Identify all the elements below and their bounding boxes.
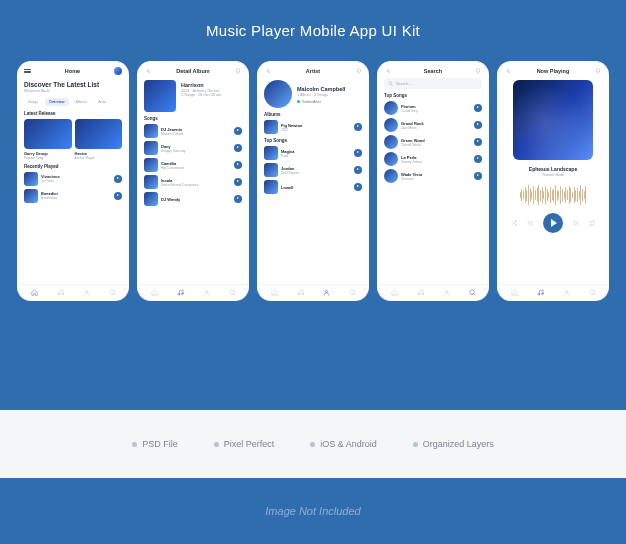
repeat-icon[interactable] xyxy=(589,220,595,226)
track-thumb xyxy=(144,141,158,155)
nav-home-icon[interactable] xyxy=(151,289,158,296)
play-icon[interactable] xyxy=(474,121,482,129)
bell-icon[interactable] xyxy=(475,67,482,74)
release-sub: Anchor Player xyxy=(75,156,123,160)
nav-user-icon[interactable] xyxy=(323,289,330,296)
headline-sub: Welcome Back! xyxy=(24,89,122,93)
track-thumb xyxy=(384,169,398,183)
bell-icon[interactable] xyxy=(235,67,242,74)
track-artist: Tectonic Mode xyxy=(504,173,602,177)
back-icon[interactable] xyxy=(144,67,151,74)
track-thumb xyxy=(144,124,158,138)
nav-music-icon[interactable] xyxy=(177,289,184,296)
list-item[interactable]: Green WoodCarmel World xyxy=(384,135,482,149)
play-icon[interactable] xyxy=(234,127,242,135)
screen-header: Home xyxy=(17,61,129,79)
list-item[interactable]: La PerlaSociety Justice xyxy=(384,152,482,166)
search-input[interactable]: Search… xyxy=(384,78,482,89)
play-icon[interactable] xyxy=(474,138,482,146)
album-cover xyxy=(144,80,176,112)
play-icon[interactable] xyxy=(234,144,242,152)
tab-albums[interactable]: Albums xyxy=(72,98,92,106)
list-item[interactable]: DavySnappy Sourcing xyxy=(144,141,242,155)
list-item[interactable]: BenedictBeatmatisa xyxy=(24,189,122,203)
screen-search: Search Search… Top Songs FloriumCrowd St… xyxy=(377,61,489,301)
screen-album: Detail Album Harrison 2023 · Anthony Gar… xyxy=(137,61,249,301)
tab-songs[interactable]: Songs xyxy=(24,98,42,106)
play-icon[interactable] xyxy=(474,172,482,180)
nav-home-icon[interactable] xyxy=(511,289,518,296)
release-card[interactable]: Hector Anchor Player xyxy=(75,119,123,160)
play-icon[interactable] xyxy=(354,183,362,191)
nav-music-icon[interactable] xyxy=(57,289,64,296)
play-icon[interactable] xyxy=(234,161,242,169)
nav-search-icon[interactable] xyxy=(229,289,236,296)
banner-title: Music Player Mobile App UI Kit xyxy=(0,22,626,39)
tab-overview[interactable]: Overview xyxy=(45,98,69,106)
list-item[interactable]: Fig Newton2022 xyxy=(264,120,362,134)
list-item[interactable]: IncalaSecret Eternal Conspiracy xyxy=(144,175,242,189)
bullet-icon xyxy=(132,442,137,447)
nav-home-icon[interactable] xyxy=(271,289,278,296)
nav-music-icon[interactable] xyxy=(417,289,424,296)
track-thumb xyxy=(384,101,398,115)
play-icon[interactable] xyxy=(354,149,362,157)
play-icon[interactable] xyxy=(234,178,242,186)
play-icon[interactable] xyxy=(354,123,362,131)
list-item[interactable]: MagicaFood xyxy=(264,146,362,160)
nav-user-icon[interactable] xyxy=(83,289,90,296)
list-item[interactable]: CaméliaHip Commission xyxy=(144,158,242,172)
nav-user-icon[interactable] xyxy=(443,289,450,296)
nav-user-icon[interactable] xyxy=(563,289,570,296)
section-label: Latest Release xyxy=(24,111,122,116)
track-thumb xyxy=(264,163,278,177)
play-icon[interactable] xyxy=(114,192,122,200)
back-icon[interactable] xyxy=(504,67,511,74)
nav-home-icon[interactable] xyxy=(31,289,38,296)
section-label: Songs xyxy=(144,116,242,121)
play-icon[interactable] xyxy=(114,175,122,183)
avatar[interactable] xyxy=(114,67,122,75)
screen-title: Detail Album xyxy=(176,68,209,74)
menu-icon[interactable] xyxy=(24,68,31,75)
back-icon[interactable] xyxy=(384,67,391,74)
play-icon[interactable] xyxy=(474,104,482,112)
list-item[interactable]: DJ Wendy xyxy=(144,192,242,206)
nav-home-icon[interactable] xyxy=(391,289,398,296)
list-item[interactable]: FloriumCrowd Step xyxy=(384,101,482,115)
waveform[interactable] xyxy=(504,184,602,206)
list-item[interactable]: JordanDeal Rejoice xyxy=(264,163,362,177)
banner: Music Player Mobile App UI Kit Home Disc… xyxy=(0,0,626,410)
nav-music-icon[interactable] xyxy=(537,289,544,296)
track-thumb xyxy=(144,175,158,189)
album-name: Harrison xyxy=(181,82,242,88)
list-item[interactable]: VivaciousSin Soan xyxy=(24,172,122,186)
nav-user-icon[interactable] xyxy=(203,289,210,296)
back-icon[interactable] xyxy=(264,67,271,74)
bottom-nav xyxy=(257,284,369,301)
list-item[interactable]: Grand RockJazz Metric xyxy=(384,118,482,132)
nav-search-icon[interactable] xyxy=(109,289,116,296)
play-icon[interactable] xyxy=(474,155,482,163)
tab-artist[interactable]: Artist xyxy=(94,98,110,106)
nav-search-icon[interactable] xyxy=(469,289,476,296)
screen-home: Home Discover The Latest List Welcome Ba… xyxy=(17,61,129,301)
play-icon[interactable] xyxy=(354,166,362,174)
previous-icon[interactable] xyxy=(527,220,533,226)
bell-icon[interactable] xyxy=(595,67,602,74)
list-item[interactable]: Lowell xyxy=(264,180,362,194)
next-icon[interactable] xyxy=(573,220,579,226)
nav-search-icon[interactable] xyxy=(349,289,356,296)
release-card[interactable]: Garry Group Popular Song xyxy=(24,119,72,160)
nav-music-icon[interactable] xyxy=(297,289,304,296)
list-item[interactable]: DJ JeannieMoment Cleans xyxy=(144,124,242,138)
shuffle-icon[interactable] xyxy=(511,220,517,226)
bell-icon[interactable] xyxy=(355,67,362,74)
search-icon xyxy=(388,81,393,86)
play-icon[interactable] xyxy=(234,195,242,203)
list-item[interactable]: Wade VistaDanmark xyxy=(384,169,482,183)
screen-artist: Artist Malcolm Campbell 1 Album · 3 Song… xyxy=(257,61,369,301)
play-pause-button[interactable] xyxy=(543,213,563,233)
feature-item: Pixel Perfect xyxy=(214,439,275,449)
nav-search-icon[interactable] xyxy=(589,289,596,296)
